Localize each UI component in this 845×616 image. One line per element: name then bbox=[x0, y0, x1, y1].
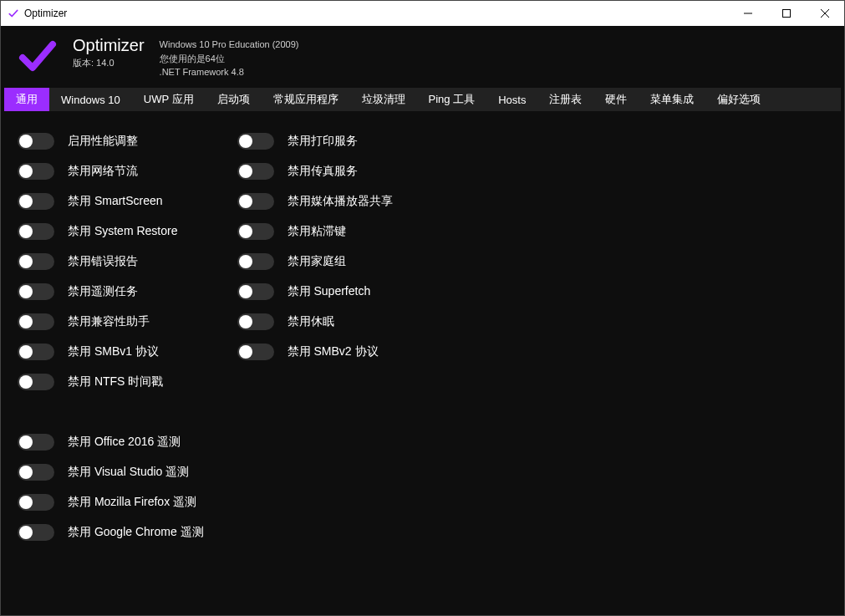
toggle-row: 禁用 SmartScreen bbox=[18, 186, 204, 216]
toggle-label: 禁用 Superfetch bbox=[288, 284, 371, 299]
toggle-knob bbox=[19, 285, 33, 298]
toggle-row: 禁用 SMBv2 协议 bbox=[237, 337, 393, 367]
app-body: Optimizer 版本: 14.0 Windows 10 Pro Educat… bbox=[1, 26, 844, 615]
toggle-switch[interactable] bbox=[18, 313, 54, 330]
toggle-switch[interactable] bbox=[237, 253, 274, 270]
toggle-switch[interactable] bbox=[18, 133, 54, 150]
toggle-label: 禁用休眠 bbox=[288, 314, 334, 329]
toggle-knob bbox=[19, 375, 33, 389]
toggle-switch[interactable] bbox=[237, 223, 274, 240]
toggle-label: 禁用 NTFS 时间戳 bbox=[68, 374, 163, 389]
toggle-row: 禁用 NTFS 时间戳 bbox=[18, 367, 204, 397]
toggle-knob bbox=[239, 165, 252, 178]
toggle-label: 禁用媒体播放器共享 bbox=[288, 194, 393, 209]
toggle-switch[interactable] bbox=[18, 374, 54, 390]
toggle-label: 禁用 SMBv2 协议 bbox=[288, 344, 379, 359]
toggle-row: 启用性能调整 bbox=[18, 126, 204, 156]
toggle-row: 禁用 SMBv1 协议 bbox=[18, 337, 204, 367]
toggle-row: 禁用网络节流 bbox=[18, 156, 204, 186]
tab-0[interactable]: 通用 bbox=[4, 88, 49, 111]
app-icon bbox=[8, 8, 19, 19]
toggle-label: 禁用粘滞键 bbox=[288, 224, 346, 239]
toggle-knob bbox=[239, 315, 252, 328]
toggle-row: 禁用 Office 2016 遥测 bbox=[18, 427, 204, 457]
toggle-row: 禁用 Google Chrome 遥测 bbox=[18, 517, 204, 547]
toggle-knob bbox=[239, 345, 252, 359]
header: Optimizer 版本: 14.0 Windows 10 Pro Educat… bbox=[1, 26, 844, 88]
toggle-column-right: 禁用打印服务禁用传真服务禁用媒体播放器共享禁用粘滞键禁用家庭组禁用 Superf… bbox=[237, 126, 393, 600]
app-window: Optimizer Optimizer 版本: 14.0 Windows 10 … bbox=[0, 0, 845, 616]
toggle-switch[interactable] bbox=[237, 163, 274, 180]
toggle-label: 禁用家庭组 bbox=[288, 254, 346, 269]
toggle-column-left: 启用性能调整禁用网络节流禁用 SmartScreen禁用 System Rest… bbox=[18, 126, 204, 600]
toggle-switch[interactable] bbox=[18, 494, 54, 511]
toggle-label: 禁用 Google Chrome 遥测 bbox=[68, 525, 204, 540]
toggle-label: 禁用打印服务 bbox=[288, 134, 358, 149]
toggle-label: 禁用兼容性助手 bbox=[68, 314, 150, 329]
toggle-row: 禁用 Visual Studio 遥测 bbox=[18, 457, 204, 487]
toggle-switch[interactable] bbox=[18, 193, 54, 210]
tab-1[interactable]: Windows 10 bbox=[49, 88, 132, 111]
toggle-knob bbox=[239, 135, 252, 148]
close-button[interactable] bbox=[806, 1, 844, 26]
toggle-switch[interactable] bbox=[237, 344, 274, 360]
toggle-switch[interactable] bbox=[18, 524, 54, 541]
toggle-switch[interactable] bbox=[237, 193, 274, 210]
toggle-row: 禁用兼容性助手 bbox=[18, 307, 204, 337]
tab-3[interactable]: 启动项 bbox=[206, 88, 262, 111]
toggle-knob bbox=[239, 255, 252, 268]
toggle-switch[interactable] bbox=[18, 344, 54, 360]
tab-8[interactable]: 注册表 bbox=[537, 88, 593, 111]
toggle-row: 禁用粘滞键 bbox=[237, 216, 393, 247]
toggle-label: 禁用 SmartScreen bbox=[68, 194, 163, 209]
maximize-button[interactable] bbox=[767, 1, 806, 26]
toggle-label: 禁用 Mozilla Firefox 遥测 bbox=[68, 495, 196, 510]
toggle-knob bbox=[19, 496, 33, 509]
system-info: Windows 10 Pro Education (2009) 您使用的是64位… bbox=[160, 38, 299, 79]
toggle-row: 禁用错误报告 bbox=[18, 247, 204, 277]
toggle-label: 禁用 Office 2016 遥测 bbox=[68, 435, 181, 450]
toggle-row: 禁用 Mozilla Firefox 遥测 bbox=[18, 487, 204, 517]
toggle-switch[interactable] bbox=[237, 313, 274, 330]
tab-11[interactable]: 偏好选项 bbox=[705, 88, 772, 111]
toggle-switch[interactable] bbox=[18, 464, 54, 481]
toggle-knob bbox=[19, 435, 33, 449]
content-area: 启用性能调整禁用网络节流禁用 SmartScreen禁用 System Rest… bbox=[1, 111, 844, 615]
app-title: Optimizer bbox=[73, 36, 145, 55]
toggle-knob bbox=[239, 285, 252, 298]
toggle-label: 启用性能调整 bbox=[68, 134, 138, 149]
toggle-row: 禁用 Superfetch bbox=[237, 277, 393, 307]
toggle-label: 禁用 SMBv1 协议 bbox=[68, 344, 159, 359]
toggle-switch[interactable] bbox=[18, 434, 54, 451]
toggle-knob bbox=[19, 526, 33, 539]
dotnet-info: .NET Framework 4.8 bbox=[160, 65, 299, 79]
tab-bar: 通用Windows 10UWP 应用启动项常规应用程序垃圾清理Ping 工具Ho… bbox=[4, 88, 841, 111]
toggle-switch[interactable] bbox=[237, 133, 274, 150]
toggle-knob bbox=[19, 345, 33, 359]
toggle-switch[interactable] bbox=[237, 283, 274, 300]
tab-2[interactable]: UWP 应用 bbox=[132, 88, 206, 111]
toggle-switch[interactable] bbox=[18, 253, 54, 270]
app-version: 版本: 14.0 bbox=[73, 57, 145, 69]
tab-10[interactable]: 菜单集成 bbox=[639, 88, 705, 111]
toggle-switch[interactable] bbox=[18, 223, 54, 240]
toggle-knob bbox=[19, 165, 33, 178]
toggle-switch[interactable] bbox=[18, 283, 54, 300]
minimize-button[interactable] bbox=[729, 1, 767, 26]
tab-5[interactable]: 垃圾清理 bbox=[350, 88, 417, 111]
window-title: Optimizer bbox=[24, 8, 67, 19]
tab-7[interactable]: Hosts bbox=[486, 88, 537, 111]
toggle-knob bbox=[19, 466, 33, 479]
toggle-row: 禁用家庭组 bbox=[237, 247, 393, 277]
toggle-label: 禁用错误报告 bbox=[68, 254, 138, 269]
toggle-switch[interactable] bbox=[18, 163, 54, 180]
toggle-knob bbox=[239, 225, 252, 238]
toggle-knob bbox=[19, 195, 33, 208]
logo-checkmark-icon bbox=[18, 36, 58, 79]
tab-4[interactable]: 常规应用程序 bbox=[262, 88, 350, 111]
tab-6[interactable]: Ping 工具 bbox=[417, 88, 487, 111]
toggle-row: 禁用休眠 bbox=[237, 307, 393, 337]
toggle-knob bbox=[19, 315, 33, 328]
toggle-row: 禁用打印服务 bbox=[237, 126, 393, 156]
tab-9[interactable]: 硬件 bbox=[593, 88, 639, 111]
